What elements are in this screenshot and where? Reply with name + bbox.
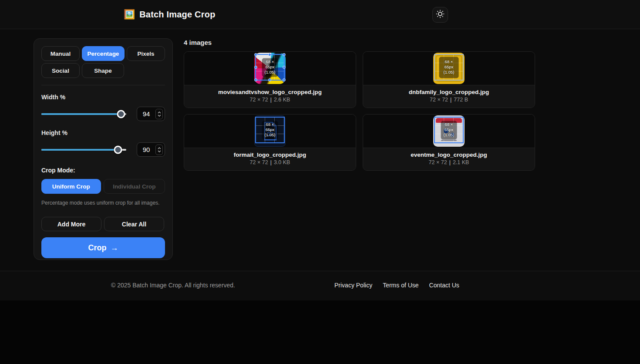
thumbnail-formait: 68 × 65px (1.05) xyxy=(254,115,286,147)
crop-mode-hint: Percentage mode uses uniform crop for al… xyxy=(41,200,165,206)
crop-handle-s[interactable] xyxy=(268,78,271,81)
privacy-policy-link[interactable]: Privacy Policy xyxy=(334,282,372,289)
crop-handle-nw[interactable] xyxy=(254,53,257,56)
image-card: 68 × 65px (1.05) dnbfamily_logo_cropped.… xyxy=(363,51,535,108)
contact-us-link[interactable]: Contact Us xyxy=(429,282,459,289)
crop-handle-sw[interactable] xyxy=(254,78,257,81)
width-slider-fill xyxy=(41,113,121,115)
image-caption: moviesandtvshow_logo_cropped.jpg 72 × 72… xyxy=(184,85,356,108)
image-caption: dnbfamily_logo_cropped.jpg 72 × 72|772 B xyxy=(363,85,535,108)
width-slider[interactable] xyxy=(41,113,126,115)
crop-handle-e[interactable] xyxy=(283,66,286,69)
image-filename: dnbfamily_logo_cropped.jpg xyxy=(367,89,531,95)
image-meta: 72 × 72|2.1 KB xyxy=(367,159,531,165)
crop-selection-box[interactable]: 68 × 65px (1.05) xyxy=(434,117,464,143)
main-content: Manual Percentage Pixels Social Shape Wi… xyxy=(0,29,640,271)
thumbnail-eventme: 68 × 65px (1.05) xyxy=(433,115,465,147)
crop-settings-panel: Manual Percentage Pixels Social Shape Wi… xyxy=(34,38,173,260)
stepper-up-icon xyxy=(158,111,161,114)
image-preview-zone: 68 × 65px (1.05) xyxy=(184,52,356,85)
individual-crop-button[interactable]: Individual Crop xyxy=(104,179,165,194)
height-slider-label: Height % xyxy=(41,129,165,136)
crop-mode-label: Crop Mode: xyxy=(41,167,165,174)
tab-manual[interactable]: Manual xyxy=(41,46,80,61)
image-card: 68 × 65px (1.05) formait_logo_cropped.jp… xyxy=(184,114,356,171)
image-meta: 72 × 72|772 B xyxy=(367,97,531,103)
crop-selection-box[interactable]: 68 × 65px (1.05) xyxy=(255,117,285,143)
image-meta: 72 × 72|2.6 KB xyxy=(188,97,352,103)
height-stepper[interactable] xyxy=(155,145,163,155)
crop-handle-n[interactable] xyxy=(268,53,271,56)
uniform-crop-button[interactable]: Uniform Crop xyxy=(41,179,101,194)
crop-selection-box[interactable]: 68 × 65px (1.05) xyxy=(434,54,464,81)
app-header: 🖼️ Batch Image Crop xyxy=(0,0,640,29)
tab-social[interactable]: Social xyxy=(41,63,80,78)
height-slider[interactable] xyxy=(41,149,126,151)
width-stepper[interactable] xyxy=(155,109,163,119)
file-actions-row: Add More Clear All xyxy=(41,217,165,231)
crop-dimensions-label: 68 × 65px (1.05) xyxy=(262,58,278,77)
image-preview-zone: 68 × 65px (1.05) xyxy=(184,115,356,148)
arrow-right-icon: → xyxy=(111,243,118,253)
image-filename: eventme_logo_cropped.jpg xyxy=(367,152,531,158)
clear-all-button[interactable]: Clear All xyxy=(104,217,164,231)
crop-dimensions-label: 68 × 65px (1.05) xyxy=(262,121,278,139)
add-more-button[interactable]: Add More xyxy=(41,217,101,231)
width-slider-row: 94 xyxy=(41,107,165,121)
image-card: 68 × 65px (1.05) eventme_logo_cropped.jp… xyxy=(363,114,535,171)
height-slider-thumb[interactable] xyxy=(114,145,122,154)
image-caption: eventme_logo_cropped.jpg 72 × 72|2.1 KB xyxy=(363,148,535,170)
image-count-label: 4 images xyxy=(184,39,212,46)
height-slider-row: 90 xyxy=(41,142,165,157)
image-preview-zone: 68 × 65px (1.05) xyxy=(363,115,535,148)
crop-selection-box[interactable]: 68 × 65px (1.05) xyxy=(255,54,285,81)
crop-button[interactable]: Crop → xyxy=(41,237,165,258)
app-title: Batch Image Crop xyxy=(139,10,215,20)
crop-handle-ne[interactable] xyxy=(283,53,286,56)
crop-dimensions-label: 68 × 65px (1.05) xyxy=(439,57,459,78)
page: 🖼️ Batch Image Crop Manual Percentage Pi… xyxy=(0,0,640,364)
width-slider-thumb[interactable] xyxy=(117,110,125,118)
panel-divider xyxy=(41,85,165,85)
image-filename: moviesandtvshow_logo_cropped.jpg xyxy=(188,89,352,95)
page-footer: © 2025 Batch Image Crop. All rights rese… xyxy=(0,271,640,300)
crop-handle-w[interactable] xyxy=(254,66,257,69)
crop-button-label: Crop xyxy=(88,243,107,253)
terms-of-use-link[interactable]: Terms of Use xyxy=(383,282,418,289)
image-preview-zone: 68 × 65px (1.05) xyxy=(363,52,535,85)
image-caption: formait_logo_cropped.jpg 72 × 72|3.0 KB xyxy=(184,148,356,170)
image-meta: 72 × 72|3.0 KB xyxy=(188,159,352,165)
stepper-down-icon xyxy=(158,150,161,152)
width-value: 94 xyxy=(137,110,155,118)
width-number-input[interactable]: 94 xyxy=(137,107,165,121)
crop-handle-se[interactable] xyxy=(283,78,286,81)
tab-percentage[interactable]: Percentage xyxy=(82,46,125,61)
image-grid: 68 × 65px (1.05) moviesandtvshow_logo_cr… xyxy=(184,51,535,171)
height-value: 90 xyxy=(137,146,155,153)
brand: 🖼️ Batch Image Crop xyxy=(124,0,216,29)
stepper-down-icon xyxy=(158,115,161,117)
app-logo-icon: 🖼️ xyxy=(124,9,135,20)
image-filename: formait_logo_cropped.jpg xyxy=(188,152,352,158)
thumbnail-dnbfamily: 68 × 65px (1.05) xyxy=(433,53,465,84)
height-slider-fill xyxy=(41,149,118,151)
image-card: 68 × 65px (1.05) moviesandtvshow_logo_cr… xyxy=(184,51,356,108)
tab-pixels[interactable]: Pixels xyxy=(127,46,165,61)
tab-shape[interactable]: Shape xyxy=(82,63,124,78)
crop-mode-tabs: Manual Percentage Pixels Social Shape xyxy=(41,46,165,78)
crop-mode-row: Uniform Crop Individual Crop xyxy=(41,179,165,194)
stepper-up-icon xyxy=(158,147,161,149)
theme-toggle-button[interactable] xyxy=(432,7,448,23)
thumbnail-moviesandtvshow: 68 × 65px (1.05) xyxy=(254,53,286,84)
height-number-input[interactable]: 90 xyxy=(137,142,165,157)
footer-links: Privacy Policy Terms of Use Contact Us xyxy=(334,282,459,289)
width-slider-label: Width % xyxy=(41,94,165,101)
sun-icon xyxy=(435,9,445,21)
crop-dimensions-label: 68 × 65px (1.05) xyxy=(441,121,457,139)
copyright-text: © 2025 Batch Image Crop. All rights rese… xyxy=(111,282,235,289)
